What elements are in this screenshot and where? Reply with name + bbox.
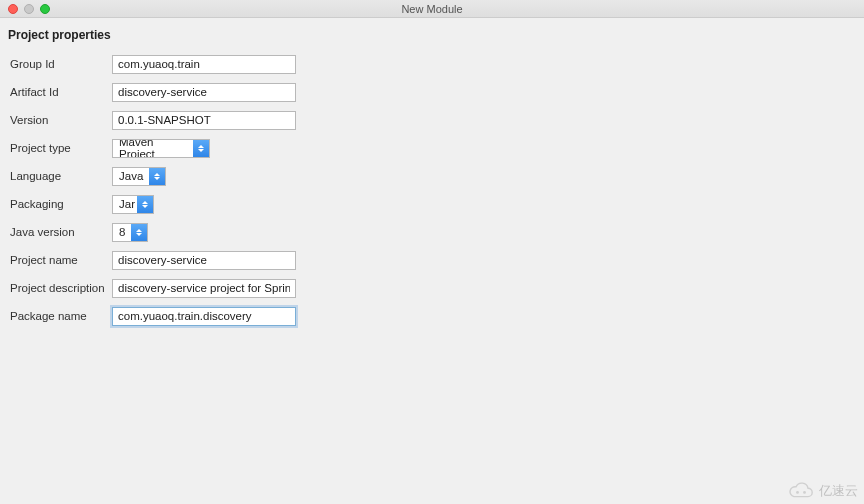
input-group-id[interactable] [112, 55, 296, 74]
label-project-description: Project description [8, 282, 112, 294]
chevron-updown-icon [193, 140, 209, 157]
label-project-type: Project type [8, 142, 112, 154]
close-icon[interactable] [8, 4, 18, 14]
select-java-version[interactable]: 8 [112, 223, 148, 242]
minimize-icon[interactable] [24, 4, 34, 14]
row-project-description: Project description [8, 278, 856, 298]
traffic-lights [8, 4, 50, 14]
input-project-description[interactable] [112, 279, 296, 298]
input-project-name[interactable] [112, 251, 296, 270]
row-version: Version [8, 110, 856, 130]
label-package-name: Package name [8, 310, 112, 322]
label-artifact-id: Artifact Id [8, 86, 112, 98]
row-package-name: Package name [8, 306, 856, 326]
select-project-type-value: Maven Project [113, 140, 193, 157]
watermark: 亿速云 [787, 482, 858, 500]
row-group-id: Group Id [8, 54, 856, 74]
label-project-name: Project name [8, 254, 112, 266]
svg-point-1 [803, 491, 806, 494]
input-version[interactable] [112, 111, 296, 130]
input-artifact-id[interactable] [112, 83, 296, 102]
row-project-name: Project name [8, 250, 856, 270]
row-artifact-id: Artifact Id [8, 82, 856, 102]
input-package-name[interactable] [112, 307, 296, 326]
watermark-text: 亿速云 [819, 482, 858, 500]
section-title: Project properties [8, 28, 856, 42]
svg-point-0 [796, 491, 799, 494]
label-version: Version [8, 114, 112, 126]
content-area: Project properties Group Id Artifact Id … [0, 18, 864, 344]
select-packaging-value: Jar [113, 196, 137, 213]
chevron-updown-icon [149, 168, 165, 185]
window-titlebar: New Module [0, 0, 864, 18]
label-language: Language [8, 170, 112, 182]
select-language-value: Java [113, 168, 149, 185]
select-language[interactable]: Java [112, 167, 166, 186]
maximize-icon[interactable] [40, 4, 50, 14]
select-java-version-value: 8 [113, 224, 131, 241]
label-java-version: Java version [8, 226, 112, 238]
row-project-type: Project type Maven Project [8, 138, 856, 158]
cloud-icon [787, 482, 815, 500]
chevron-updown-icon [131, 224, 147, 241]
label-packaging: Packaging [8, 198, 112, 210]
select-project-type[interactable]: Maven Project [112, 139, 210, 158]
chevron-updown-icon [137, 196, 153, 213]
row-language: Language Java [8, 166, 856, 186]
select-packaging[interactable]: Jar [112, 195, 154, 214]
window-title: New Module [0, 3, 864, 15]
label-group-id: Group Id [8, 58, 112, 70]
row-java-version: Java version 8 [8, 222, 856, 242]
row-packaging: Packaging Jar [8, 194, 856, 214]
